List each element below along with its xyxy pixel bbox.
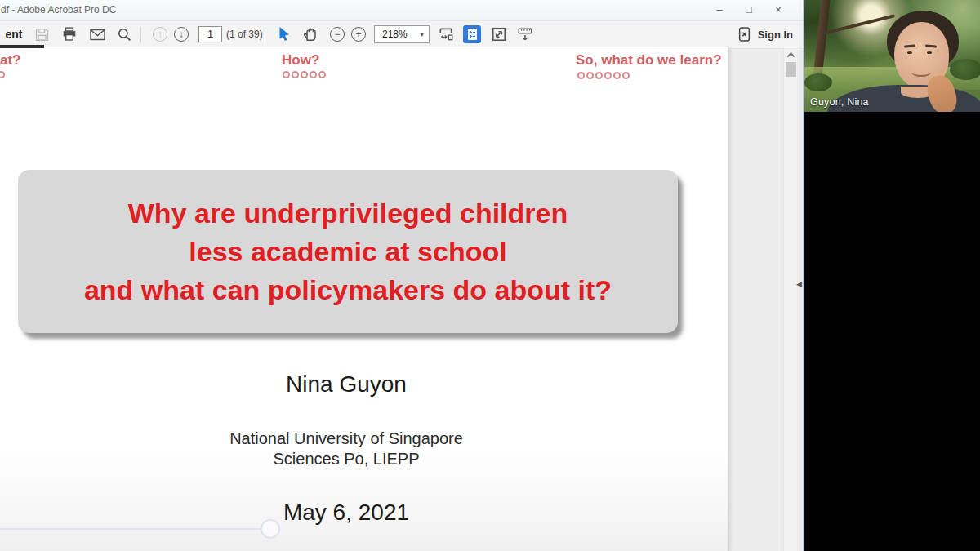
save-button[interactable] [33,21,51,47]
slide-title-box: Why are underprivileged children less ac… [18,170,678,333]
progress-dot [318,71,326,78]
fullscreen-icon [491,26,507,42]
progress-dot [577,72,585,79]
document-tab[interactable]: ent [0,21,28,47]
zoom-out-button[interactable]: − [330,21,345,47]
video-call-panel: Guyon, Nina [804,0,980,551]
progress-dot [595,72,603,79]
window-title: df - Adobe Acrobat Pro DC [1,4,116,16]
participant-video[interactable]: Guyon, Nina [804,0,980,112]
acrobat-window: df - Adobe Acrobat Pro DC – □ × ent [0,0,804,551]
slide-nav-dots-how [283,71,326,78]
zoom-level-value: 218% [375,29,420,40]
next-page-button[interactable]: ↓ [174,21,189,47]
hand-tool-button[interactable] [303,21,318,47]
arrow-up-icon: ↑ [153,27,167,42]
fit-page-button-selected[interactable] [463,21,481,47]
slide-affiliation: National University of Singapore [0,429,693,448]
tree-trunk [813,0,831,74]
slide-affiliation: Sciences Po, LIEPP [0,450,693,469]
hand-icon [303,27,318,42]
previous-page-button[interactable]: ↑ [153,21,167,47]
slide-nav-label: How? [282,52,319,69]
toolbar: ent ↑ ↓ 1 (1 of 39) [0,21,803,47]
maximize-button[interactable]: □ [736,0,762,20]
search-icon [118,28,131,42]
fit-width-button[interactable] [438,21,454,47]
select-tool-button[interactable] [278,21,291,47]
search-button[interactable] [115,21,133,47]
fit-width-icon [438,26,454,42]
cursor-icon [278,27,291,42]
slide-nav-label: So, what do we learn? [576,52,722,69]
chevron-down-icon: ▾ [420,30,429,38]
sign-in-label: Sign In [758,29,793,41]
slide-title-line: Why are underprivileged children [18,194,678,233]
person-eye [907,51,912,54]
print-button[interactable] [60,21,78,47]
sign-in-button[interactable]: Sign In [738,21,793,47]
slide-author: Nina Guyon [0,371,693,398]
slide-title-line: and what can policymakers do about it? [18,271,678,309]
toolbar-separator [265,27,265,42]
minus-icon: − [330,27,345,42]
arrow-down-icon: ↓ [174,27,189,42]
scroll-mode-button[interactable] [517,21,533,47]
slide-nav-learn: So, what do we learn? [576,52,722,69]
fullscreen-button[interactable] [491,21,507,47]
participant-name-label: Guyon, Nina [810,96,869,108]
progress-dot [586,72,594,79]
pdf-page: at? How? So, what do we learn? Why are u… [0,47,729,551]
zoom-in-button[interactable]: + [351,21,366,47]
email-icon [90,29,105,41]
document-area: at? How? So, what do we learn? Why are u… [0,47,803,551]
slide-nav-what: at? [0,52,21,69]
zoom-level-dropdown[interactable]: 218% ▾ [374,25,430,43]
slide-nav-dots-what [0,71,5,78]
scrollbar-up-button[interactable] [784,49,798,61]
fit-page-icon [463,25,481,43]
active-tab-underline [0,45,44,48]
plus-icon: + [351,27,366,42]
print-icon [62,27,77,42]
playback-progress-handle[interactable] [261,519,280,539]
tree-branch [823,14,895,35]
ruler-icon [517,26,533,42]
page-count-label: (1 of 39) [226,21,263,47]
slide-nav-how: How? [282,52,319,69]
page-number-input[interactable]: 1 [198,26,222,42]
vertical-scrollbar[interactable] [783,47,797,551]
mobile-sync-icon [738,27,751,42]
person-smile [911,68,931,77]
garden-bush [950,59,980,80]
progress-dot [292,71,299,78]
progress-dot [604,72,612,79]
save-icon [35,28,49,42]
screenshot-stage: df - Adobe Acrobat Pro DC – □ × ent [0,0,980,551]
garden-bush [804,73,832,91]
slide-title-line: less academic at school [18,233,678,271]
slide-nav-label: at? [0,52,21,69]
progress-dot [613,72,621,79]
toolbar-separator [140,27,141,42]
panel-collapse-arrow[interactable]: ◀ [796,278,803,290]
title-bar: df - Adobe Acrobat Pro DC – □ × [0,0,803,21]
progress-dot [0,71,5,78]
progress-dot [622,72,630,79]
progress-dot [310,71,317,78]
progress-dot [283,71,290,78]
email-button[interactable] [88,21,106,47]
close-button[interactable]: × [765,0,791,20]
playback-progress-line[interactable] [0,528,261,530]
slide-date: May 6, 2021 [0,500,693,526]
chevron-up-icon [787,52,795,60]
slide-nav-dots-learn [577,72,630,79]
minimize-button[interactable]: – [706,0,733,20]
progress-dot [301,71,308,78]
person-eye [927,51,932,54]
scrollbar-thumb[interactable] [786,62,796,77]
